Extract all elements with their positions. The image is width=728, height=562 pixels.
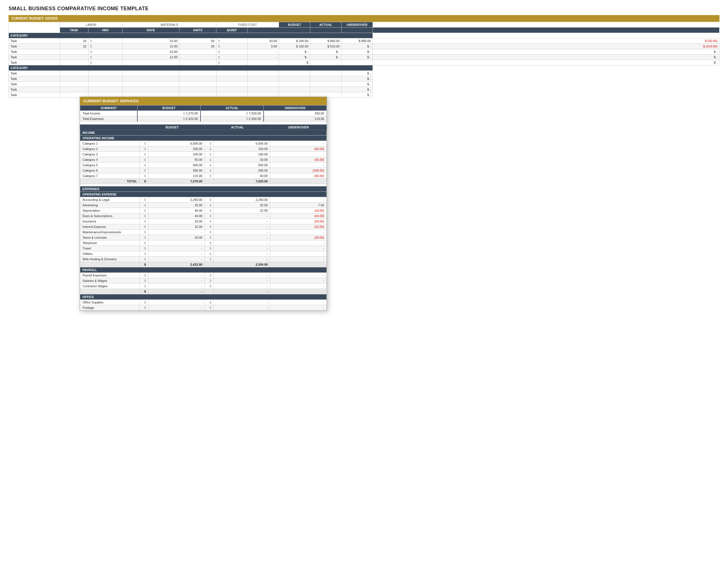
materials-header: MATERIALS (123, 22, 216, 28)
goods-rate: 12.00 (123, 44, 179, 49)
labor-header: LABOR (60, 22, 123, 28)
budget-sub-header (310, 28, 342, 33)
goods-actual: $ 800.00 (342, 38, 373, 44)
goods-row2: Task $ - (9, 76, 719, 82)
goods-row2: Task $ - (9, 82, 719, 87)
empty-header (248, 28, 310, 33)
goods-header-row1: LABOR MATERIALS FIXED COST BUDGET ACTUAL… (9, 22, 719, 28)
goods-rate: 12.00 (123, 55, 179, 60)
services-popup-header: CURRENT BUDGET: SERVICES (80, 97, 327, 103)
goods-budget (310, 60, 342, 65)
goods-underover: $ - (373, 49, 719, 55)
goods-row2: Task $ - (9, 87, 719, 92)
units-col-header: UNITS (179, 28, 216, 33)
goods-fixedamt: $ 200.00 (279, 38, 310, 44)
goods-actual (342, 60, 373, 65)
goods-sunit: - (248, 55, 279, 60)
goods-underover2: $ - (342, 87, 373, 92)
sunit-col-header: $/UNIT (216, 28, 248, 33)
goods-underover2: $ - (342, 76, 373, 82)
goods-hrs (60, 55, 88, 60)
goods-task: Task (9, 60, 60, 65)
goods-budget: $ 850.00 (310, 38, 342, 44)
goods-underover: $ - (373, 60, 719, 65)
goods-task: Task (9, 49, 60, 55)
goods-section: CURRENT BUDGET: GOODS LABOR MATERIALS (9, 15, 719, 98)
goods-hrs: 22 (60, 44, 88, 49)
goods-hrs (60, 49, 88, 55)
underover-sub-header (373, 28, 719, 33)
goods-underover: $ (50.00) (373, 38, 719, 44)
goods-hrs: 10 (60, 38, 88, 44)
goods-rate (123, 60, 179, 65)
goods-row: Task $ $ $ $ - (9, 60, 719, 65)
goods-fixedamt: $ 150.00 (279, 44, 310, 49)
goods-sunit: - (248, 49, 279, 55)
goods-task: Task (9, 44, 60, 49)
goods-budget: $ - (310, 49, 342, 55)
fixed-cost-header: FIXED COST (216, 22, 279, 28)
goods-sunit (248, 60, 279, 65)
goods-sunit: 10.00 (248, 38, 279, 44)
goods-task: Task (9, 38, 60, 44)
goods-actual: $ - (342, 55, 373, 60)
actual-sub-header (342, 28, 373, 33)
goods-task2: Task (9, 71, 60, 76)
goods-underover2: $ - (342, 82, 373, 87)
goods-row: Task $ 12.00 $ - $ - $ - $ - $ - (9, 55, 719, 60)
goods-fixedamt: $ - (279, 49, 310, 55)
goods-units: 35 (179, 44, 216, 49)
goods-fixedamt: $ - (279, 55, 310, 60)
category-row2: CATEGORY (9, 65, 719, 71)
goods-underover: $ (519.00) (373, 44, 719, 49)
category2-label: CATEGORY (9, 65, 373, 71)
goods-sunit: 3.00 (248, 44, 279, 49)
goods-row2: Task $ - (9, 71, 719, 76)
actual-header: ACTUAL (310, 22, 342, 28)
services-popup: CURRENT BUDGET: SERVICES SUMMARY BUDGET … (80, 97, 327, 103)
goods-units (179, 49, 216, 55)
goods-underover2: $ - (342, 92, 373, 98)
goods-task2: Task (9, 87, 60, 92)
underover-header: UNDER/OVER (342, 22, 373, 28)
rate-col-header: RATE (123, 28, 179, 33)
category-label: CATEGORY (9, 33, 373, 38)
main-title: SMALL BUSINESS COMPARATIVE INCOME TEMPLA… (9, 6, 719, 12)
goods-budget: $ 519.00 (310, 44, 342, 49)
hrs-col-header: HRS (88, 28, 123, 33)
goods-task2: Task (9, 92, 60, 98)
goods-budget: $ - (310, 55, 342, 60)
goods-header: CURRENT BUDGET: GOODS (9, 15, 719, 22)
goods-rate: 15.00 (123, 49, 179, 55)
task-col-header: TASK (60, 28, 88, 33)
goods-row: Task 22 $ 12.00 35 $ 3.00 $ 150.00 $ 519… (9, 44, 719, 49)
goods-task: Task (9, 55, 60, 60)
goods-rate: 15.00 (123, 38, 179, 44)
goods-task2: Task (9, 82, 60, 87)
goods-actual: $ - (342, 44, 373, 49)
category-row1: CATEGORY (9, 33, 719, 38)
goods-header-row2: TASK HRS RATE UNITS $/UNIT (9, 28, 719, 33)
page-container: SMALL BUSINESS COMPARATIVE INCOME TEMPLA… (9, 6, 719, 98)
budget-header: BUDGET (279, 22, 310, 28)
goods-fixedamt: $ (279, 60, 310, 65)
goods-table: LABOR MATERIALS FIXED COST BUDGET ACTUAL… (9, 22, 719, 98)
goods-row: Task 10 $ 15.00 50 $ 10.00 $ 200.00 $ 85… (9, 38, 719, 44)
task-header (9, 22, 60, 33)
goods-units (179, 60, 216, 65)
goods-row: Task $ 15.00 $ - $ - $ - $ - $ - (9, 49, 719, 55)
goods-underover2: $ - (342, 71, 373, 76)
goods-actual: $ - (342, 49, 373, 55)
goods-task2: Task (9, 76, 60, 82)
goods-hrs (60, 60, 88, 65)
goods-underover: $ - (373, 55, 719, 60)
goods-units: 50 (179, 38, 216, 44)
goods-units (179, 55, 216, 60)
